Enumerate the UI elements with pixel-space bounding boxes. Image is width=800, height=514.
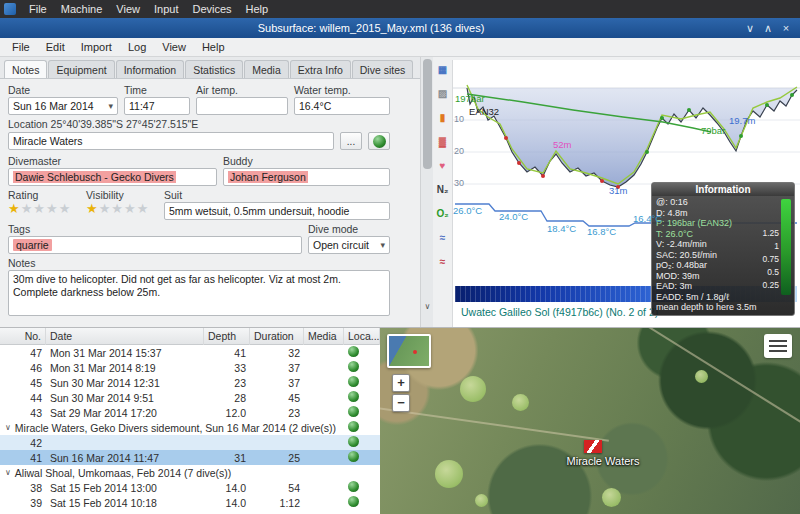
dive-profile-canvas[interactable]: 197bar EAN32 79bar 19.7m 31m 52m Uwatec … (452, 60, 800, 327)
map-canvas[interactable]: + − Miracle Waters (380, 328, 800, 514)
dive-row[interactable]: 39Sat 15 Feb 2014 10:1814.01:12 (0, 495, 380, 510)
star-icon[interactable]: ★ (46, 202, 58, 216)
suit-label: Suit (164, 189, 390, 201)
map-menu-icon[interactable] (764, 334, 792, 358)
dive-row[interactable]: 42 (0, 435, 380, 450)
scrollbar-thumb[interactable] (423, 59, 432, 169)
vm-menu-file[interactable]: File (22, 1, 54, 17)
tab-information[interactable]: Information (116, 60, 185, 78)
column-header-duration[interactable]: Duration (250, 328, 304, 345)
tab-media[interactable]: Media (244, 60, 289, 78)
dive-row[interactable]: 41Sun 16 Mar 2014 11:473125 (0, 450, 380, 465)
column-header-depth[interactable]: Depth (204, 328, 250, 345)
collapse-arrow-icon[interactable]: ∨ (5, 468, 11, 477)
column-header-loca[interactable]: Loca... (344, 328, 380, 345)
overview-map[interactable] (387, 334, 431, 368)
heart-rate-icon[interactable]: ≈ (434, 253, 452, 270)
star-icon[interactable]: ★ (33, 202, 45, 216)
dive-row[interactable]: 47Mon 31 Mar 2014 15:374132 (0, 345, 380, 360)
star-icon[interactable]: ★ (111, 202, 123, 216)
star-icon[interactable]: ★ (59, 202, 71, 216)
panel-scrollbar[interactable]: ∨ (420, 57, 433, 327)
rating-stars[interactable]: ★★★★★ (8, 202, 80, 216)
dive-site-flag-icon[interactable] (584, 440, 602, 453)
location-globe-icon (348, 346, 359, 357)
location-map-button[interactable] (368, 132, 390, 150)
tab-statistics[interactable]: Statistics (185, 60, 243, 78)
star-icon[interactable]: ★ (21, 202, 33, 216)
globe-icon (373, 135, 386, 148)
po2-toggle[interactable]: O₂ (434, 205, 452, 222)
water-temp-field[interactable]: 16.4°C (294, 97, 390, 115)
dive-duration: 25 (250, 452, 304, 464)
divemaster-field[interactable]: Dawie Schlebusch - Gecko Divers (8, 168, 217, 186)
dive-computer-icon[interactable]: ▦ (434, 61, 452, 78)
visibility-stars[interactable]: ★★★★★ (86, 202, 158, 216)
location-globe-icon (348, 451, 359, 462)
temperature-label: 16.4°C (633, 214, 662, 224)
dive-duration: 32 (250, 347, 304, 359)
map-zoom-out-button[interactable]: − (392, 394, 410, 412)
menu-help[interactable]: Help (194, 39, 233, 55)
tool-glyph: ≈ (440, 257, 446, 267)
map-zoom-in-button[interactable]: + (392, 374, 410, 392)
dive-row[interactable]: 46Mon 31 Mar 2014 8:193337 (0, 360, 380, 375)
menu-log[interactable]: Log (120, 39, 154, 55)
window-titlebar[interactable]: Subsurface: willem_2015_May.xml (136 div… (0, 18, 800, 38)
notes-textarea[interactable]: 30m dive to helicopter. Did not get as f… (8, 270, 390, 316)
time-field[interactable]: 11:47 (124, 97, 190, 115)
buddy-field[interactable]: Johan Ferguson (223, 168, 390, 186)
collapse-arrow-icon[interactable]: ∨ (5, 423, 11, 432)
picture-icon[interactable]: ▨ (434, 85, 452, 102)
tab-dive-sites[interactable]: Dive sites (352, 60, 414, 78)
location-field[interactable]: Miracle Waters (8, 132, 334, 150)
star-icon[interactable]: ★ (99, 202, 111, 216)
menu-import[interactable]: Import (73, 39, 120, 55)
air-temp-field[interactable] (196, 97, 288, 115)
trip-row[interactable]: ∨Aliwal Shoal, Umkomaas, Feb 2014 (7 div… (0, 465, 380, 480)
menu-view[interactable]: View (154, 39, 194, 55)
dive-row[interactable]: 38Sat 15 Feb 2014 13:0014.054 (0, 480, 380, 495)
vm-menu-devices[interactable]: Devices (185, 1, 238, 17)
star-icon[interactable]: ★ (124, 202, 136, 216)
dive-row[interactable]: 43Sat 29 Mar 2014 17:2012.023 (0, 405, 380, 420)
date-field[interactable]: Sun 16 Mar 2014 ▾ (8, 97, 118, 115)
star-icon[interactable]: ★ (8, 202, 20, 216)
heart-icon[interactable]: ♥ (434, 157, 452, 174)
star-icon[interactable]: ★ (137, 202, 149, 216)
column-header-date[interactable]: Date (46, 328, 204, 345)
tissues-icon[interactable]: ≈ (434, 229, 452, 246)
vm-menu-input[interactable]: Input (147, 1, 185, 17)
scroll-down-arrow-icon[interactable]: ∨ (421, 300, 434, 313)
ceiling-icon[interactable]: ▓ (434, 133, 452, 150)
tab-notes[interactable]: Notes (4, 60, 47, 78)
star-icon[interactable]: ★ (86, 202, 98, 216)
vm-menu-help[interactable]: Help (239, 1, 276, 17)
tags-field[interactable]: quarrie (8, 236, 302, 254)
minimize-button[interactable]: ∨ (742, 22, 758, 35)
location-browse-button[interactable]: ... (340, 132, 362, 150)
dive-mode-select[interactable]: Open circuit ▾ (308, 236, 390, 254)
pn2-toggle[interactable]: N₂ (434, 181, 452, 198)
trip-row[interactable]: ∨Miracle Waters, Geko Divers sidemount, … (0, 420, 380, 435)
dive-location-cell (344, 481, 380, 494)
suit-field[interactable]: 5mm wetsuit, 0.5mm undersuit, hoodie (164, 202, 390, 220)
menu-file[interactable]: File (4, 39, 38, 55)
dive-info-panel: NotesEquipmentInformationStatisticsMedia… (0, 57, 420, 327)
dive-row[interactable]: 45Sun 30 Mar 2014 12:312337 (0, 375, 380, 390)
column-header-media[interactable]: Media (304, 328, 344, 345)
tab-equipment[interactable]: Equipment (48, 60, 114, 78)
maximize-button[interactable]: ∧ (760, 22, 776, 35)
dive-location-cell (344, 376, 380, 389)
vm-menu-machine[interactable]: Machine (54, 1, 110, 17)
dive-row[interactable]: 44Sun 30 Mar 2014 9:512845 (0, 390, 380, 405)
column-header-no[interactable]: No. (0, 328, 46, 345)
menu-edit[interactable]: Edit (38, 39, 73, 55)
tab-extra-info[interactable]: Extra Info (290, 60, 351, 78)
water-temp-label: Water temp. (294, 84, 390, 96)
dive-duration: 37 (250, 362, 304, 374)
vm-menu-view[interactable]: View (109, 1, 147, 17)
thermometer-icon[interactable]: ▮ (434, 109, 452, 126)
dive-list-header[interactable]: No.DateDepthDurationMediaLoca... (0, 328, 380, 345)
close-button[interactable]: × (778, 22, 794, 35)
